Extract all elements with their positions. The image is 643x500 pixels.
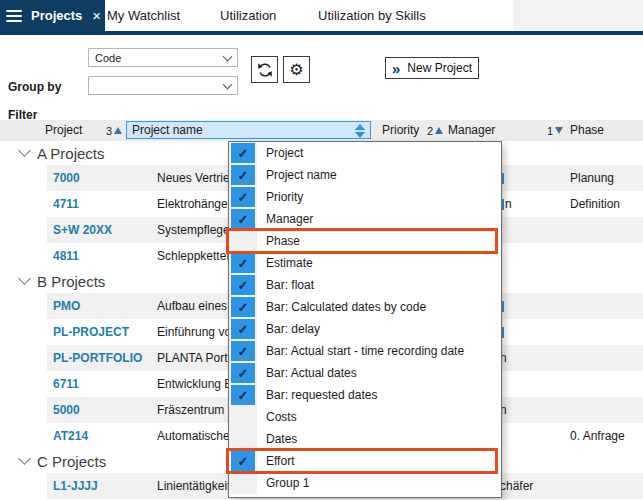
column-menu-item[interactable]: ✓Bar: delay — [229, 318, 501, 340]
column-menu-item-label: Effort — [266, 454, 294, 468]
column-menu-item[interactable]: ✓Manager — [229, 208, 501, 230]
project-code-link[interactable]: PL-PORTFOLIO — [47, 351, 151, 365]
group-expand-chevron-icon[interactable] — [18, 272, 31, 285]
column-header-project[interactable]: Project — [45, 120, 82, 141]
tab-utilization-by-skills[interactable]: Utilization by Skills — [318, 0, 426, 31]
column-menu-item-label: Bar: float — [266, 278, 314, 292]
project-code-link[interactable]: 7000 — [47, 171, 151, 185]
checkmark-icon[interactable]: ✓ — [231, 363, 255, 383]
checkmark-icon[interactable]: ✓ — [231, 165, 255, 185]
column-menu-item[interactable]: Dates — [229, 428, 501, 450]
checkbox-gutter[interactable] — [229, 406, 257, 428]
project-code-link[interactable]: 6711 — [47, 377, 151, 391]
hamburger-menu-icon[interactable] — [6, 10, 22, 22]
column-menu-item[interactable]: ✓Project name — [229, 164, 501, 186]
phase-cell: Planung — [568, 171, 643, 185]
column-header-label: Project name — [127, 123, 203, 137]
column-menu-item-label: Group 1 — [266, 476, 309, 490]
manager-text-fragment: chäfer — [500, 479, 533, 493]
column-header-phase[interactable]: Phase — [570, 120, 604, 141]
sort-order-number: 3 — [106, 125, 112, 137]
refresh-icon — [256, 61, 274, 79]
checkmark-icon[interactable]: ✓ — [231, 341, 255, 361]
group-expand-chevron-icon[interactable] — [18, 144, 31, 157]
double-chevron-icon: » — [392, 61, 400, 76]
new-project-button[interactable]: » New Project — [385, 57, 479, 79]
group-by-select[interactable]: Code — [88, 48, 238, 67]
checkbox-gutter[interactable] — [229, 472, 257, 494]
tab-utilization[interactable]: Utilization — [220, 0, 276, 31]
sort-order-number: 1 — [547, 125, 553, 137]
column-menu-item[interactable]: ✓Bar: Actual start - time recording date — [229, 340, 501, 362]
tab-my-watchlist[interactable]: My Watchlist — [107, 0, 180, 31]
column-menu-item[interactable]: ✓Bar: Calculated dates by code — [229, 296, 501, 318]
column-menu-item[interactable]: ✓Estimate — [229, 252, 501, 274]
checkmark-icon[interactable]: ✓ — [231, 297, 255, 317]
column-menu-item[interactable]: ✓Bar: Actual dates — [229, 362, 501, 384]
column-menu-item-label: Manager — [266, 212, 313, 226]
checkbox-gutter[interactable]: ✓ — [229, 252, 257, 274]
column-menu-item[interactable]: ✓Bar: requested dates — [229, 384, 501, 406]
checkbox-gutter[interactable]: ✓ — [229, 362, 257, 384]
checkbox-gutter[interactable]: ✓ — [229, 274, 257, 296]
sort-badge-project: 3 — [106, 120, 122, 141]
project-code-link[interactable]: PMO — [47, 299, 151, 313]
checkmark-icon[interactable]: ✓ — [231, 451, 255, 471]
new-project-label: New Project — [407, 61, 472, 75]
column-menu-item[interactable]: Phase — [229, 230, 501, 252]
column-menu-item-label: Bar: Actual start - time recording date — [266, 344, 464, 358]
chevron-down-icon — [223, 51, 233, 61]
checkbox-gutter[interactable]: ✓ — [229, 384, 257, 406]
sort-both-icon[interactable] — [355, 124, 365, 138]
checkbox-gutter[interactable]: ✓ — [229, 318, 257, 340]
column-header-priority[interactable]: Priority — [382, 120, 419, 141]
project-code-link[interactable]: L1-JJJJ — [47, 479, 151, 493]
checkbox-gutter[interactable]: ✓ — [229, 208, 257, 230]
sort-asc-icon — [114, 127, 122, 134]
refresh-button[interactable] — [251, 56, 278, 83]
group-by-label: Group by — [8, 80, 61, 94]
project-code-link[interactable]: S+W 20XX — [47, 223, 151, 237]
checkmark-icon[interactable]: ✓ — [231, 143, 255, 163]
column-menu-item-label: Bar: Calculated dates by code — [266, 300, 426, 314]
close-tab-icon[interactable]: × — [92, 8, 101, 23]
checkbox-gutter[interactable]: ✓ — [229, 164, 257, 186]
checkbox-gutter[interactable]: ✓ — [229, 450, 257, 472]
column-menu-item-label: Bar: Actual dates — [266, 366, 357, 380]
manager-text-fragment: n — [505, 197, 512, 211]
checkbox-gutter[interactable] — [229, 230, 257, 252]
column-menu-item[interactable]: ✓Bar: float — [229, 274, 501, 296]
checkbox-gutter[interactable]: ✓ — [229, 186, 257, 208]
column-header-project-name[interactable]: Project name — [126, 121, 371, 139]
checkbox-gutter[interactable] — [229, 428, 257, 450]
checkmark-icon[interactable]: ✓ — [231, 187, 255, 207]
project-code-link[interactable]: 5000 — [47, 403, 151, 417]
filter-select[interactable] — [88, 76, 238, 95]
checkbox-gutter[interactable]: ✓ — [229, 340, 257, 362]
checkmark-icon[interactable]: ✓ — [231, 319, 255, 339]
column-menu-item[interactable]: ✓Effort — [229, 450, 501, 472]
project-code-link[interactable]: AT214 — [47, 429, 151, 443]
column-menu-item-label: Bar: requested dates — [266, 388, 377, 402]
checkbox-gutter[interactable]: ✓ — [229, 296, 257, 318]
column-menu-item[interactable]: ✓Priority — [229, 186, 501, 208]
column-menu-item[interactable]: ✓Project — [229, 142, 501, 164]
column-menu-item-label: Dates — [266, 432, 297, 446]
sort-badge-manager: 1 — [547, 120, 563, 141]
checkmark-icon[interactable]: ✓ — [231, 385, 255, 405]
checkmark-icon[interactable]: ✓ — [231, 253, 255, 273]
project-code-link[interactable]: PL-PROJECT — [47, 325, 151, 339]
sort-desc-icon — [555, 127, 563, 134]
tab-projects[interactable]: Projects × — [0, 0, 105, 31]
phase-cell: Definition — [568, 197, 643, 211]
column-header-manager[interactable]: Manager — [448, 120, 495, 141]
settings-button[interactable]: ⚙ — [283, 56, 310, 83]
project-code-link[interactable]: 4711 — [47, 197, 151, 211]
checkmark-icon[interactable]: ✓ — [231, 275, 255, 295]
column-menu-item[interactable]: Costs — [229, 406, 501, 428]
checkmark-icon[interactable]: ✓ — [231, 209, 255, 229]
project-code-link[interactable]: 4811 — [47, 249, 151, 263]
checkbox-gutter[interactable]: ✓ — [229, 142, 257, 164]
group-expand-chevron-icon[interactable] — [18, 452, 31, 465]
column-menu-item[interactable]: Group 1 — [229, 472, 501, 494]
